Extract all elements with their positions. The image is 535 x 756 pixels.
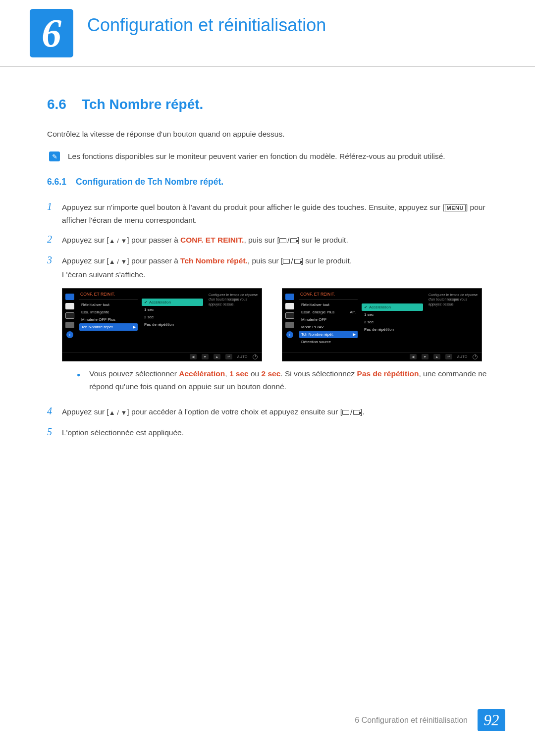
step-number-2: 2 (47, 231, 62, 248)
select-keys-icon: / (279, 234, 297, 247)
power-icon (253, 354, 258, 359)
select-keys-icon: / (283, 255, 301, 268)
osd-menu-item: Minuterie OFF (299, 316, 358, 323)
info-icon: i (286, 331, 293, 338)
osd-menu-item-active: Tch Nombre répét.▶ (299, 331, 358, 338)
osd-sub-item: Pas de répétition (362, 326, 423, 333)
osd-footer-keys: ◀ ▼ ▲ ↵ AUTO (282, 352, 482, 361)
enter-icon: ↵ (225, 354, 232, 359)
bullet-note: ● Vous pouvez sélectionner Accélération,… (77, 367, 488, 393)
osd-menu-title: CONF. ET REINIT. (299, 292, 358, 300)
nav-down-icon: ▼ (422, 354, 428, 359)
osd-menu-item: Réinitialiser tout (79, 301, 138, 308)
settings-icon (285, 322, 294, 328)
osd-sub-item: 1 sec (142, 306, 203, 313)
settings-icon (65, 322, 74, 328)
auto-label: AUTO (237, 355, 248, 358)
step-1-text: Appuyez sur n'importe quel bouton à l'av… (62, 201, 488, 227)
up-down-icon: ▲ / ▼ (109, 258, 127, 265)
step-number-4: 4 (47, 403, 62, 419)
size-icon (285, 312, 294, 319)
osd-menu-title: CONF. ET REINIT. (79, 292, 138, 300)
up-down-icon: ▲ / ▼ (109, 409, 127, 416)
step-4-text: Appuyez sur [▲ / ▼] pour accéder à l'opt… (62, 405, 365, 419)
chapter-title: Configuration et réinitialisation (87, 15, 326, 36)
osd-sub-item: Pas de répétition (142, 321, 203, 328)
osd-sidebar-icons: i (282, 289, 297, 352)
brightness-icon (65, 303, 74, 309)
pencil-icon: ✎ (49, 151, 60, 161)
section-number: 6.6 (47, 97, 82, 112)
step-number-3: 3 (47, 252, 62, 268)
up-down-icon: ▲ / ▼ (109, 237, 127, 245)
monitor-icon (285, 294, 294, 300)
nav-down-icon: ▼ (202, 354, 209, 359)
osd-menu-item: Minuterie OFF Plus (79, 316, 138, 323)
power-icon (473, 354, 478, 359)
menu-key-icon: MENU (445, 204, 466, 211)
monitor-icon (65, 294, 74, 300)
osd-screenshots: i CONF. ET REINIT. Réinitialiser tout Ec… (62, 288, 488, 361)
osd-menu-item: Détection source (299, 338, 358, 346)
osd-panel-left: i CONF. ET REINIT. Réinitialiser tout Ec… (62, 288, 262, 361)
osd-description: Configurez le temps de réponse d'un bout… (205, 289, 262, 352)
osd-sidebar-icons: i (62, 289, 77, 352)
note-text: Les fonctions disponibles sur le moniteu… (68, 151, 445, 163)
osd-menu-item: Eco. intelligente (79, 308, 138, 316)
step-2-text: Appuyez sur [▲ / ▼] pour passer à CONF. … (62, 234, 348, 247)
enter-icon: ↵ (445, 354, 452, 359)
bullet-icon: ● (77, 370, 80, 380)
subsection-number: 6.6.1 (47, 177, 76, 187)
page-footer: 6 Configuration et réinitialisation 92 (355, 709, 505, 731)
info-icon: i (66, 331, 73, 338)
select-keys-icon: / (342, 406, 360, 419)
size-icon (65, 312, 74, 319)
osd-menu-item-active: Tch Nombre répét.▶ (79, 323, 138, 331)
footer-page-number: 92 (478, 709, 505, 731)
chapter-number-tab: 6 (30, 9, 73, 57)
osd-sub-item-active: ✔Accélération (362, 303, 423, 311)
step-5-text: L'option sélectionnée est appliquée. (62, 426, 184, 439)
section-title: Tch Nombre répét. (82, 97, 203, 112)
subsection-title: Configuration de Tch Nombre répét. (76, 177, 223, 187)
osd-sub-item: 2 sec (142, 313, 203, 321)
brightness-icon (285, 303, 294, 309)
nav-up-icon: ▲ (214, 354, 220, 359)
step-number-5: 5 (47, 423, 62, 440)
footer-text: 6 Configuration et réinitialisation (355, 716, 468, 725)
page-header: 6 Configuration et réinitialisation (0, 0, 535, 67)
nav-up-icon: ▲ (433, 354, 440, 359)
osd-sub-item: 2 sec (362, 318, 423, 326)
osd-footer-keys: ◀ ▼ ▲ ↵ AUTO (62, 352, 262, 361)
osd-panel-right: i CONF. ET REINIT. Réinitialiser tout Ec… (282, 288, 482, 361)
section-intro: Contrôlez la vitesse de réponse d'un bou… (47, 130, 488, 139)
osd-sub-item-active: ✔Accélération (142, 299, 203, 306)
osd-menu-item: Réinitialiser tout (299, 301, 358, 308)
osd-menu-item: Mode PC/AV (299, 323, 358, 331)
osd-description: Configurez le temps de réponse d'un bout… (425, 289, 482, 352)
step-3-text: Appuyez sur [▲ / ▼] pour passer à Tch No… (62, 254, 352, 281)
auto-label: AUTO (457, 355, 468, 358)
step-number-1: 1 (47, 198, 62, 215)
osd-menu-item: Econ. énergie PlusArr. (299, 308, 358, 316)
nav-left-icon: ◀ (410, 354, 417, 359)
info-note: ✎ Les fonctions disponibles sur le monit… (49, 151, 488, 163)
nav-left-icon: ◀ (190, 354, 197, 359)
osd-sub-item: 1 sec (362, 311, 423, 318)
